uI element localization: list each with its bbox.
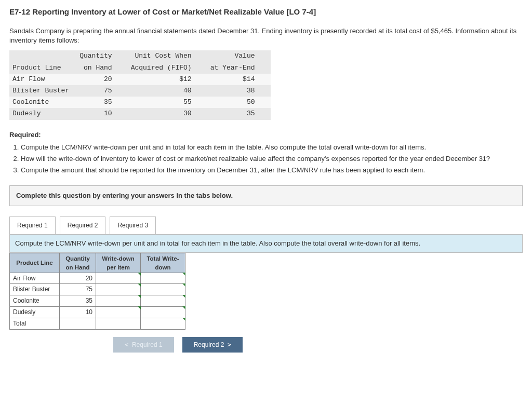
table-row: Total (10, 318, 185, 329)
writedown-per-item-input[interactable] (96, 295, 141, 307)
required-label: Required: (9, 130, 523, 140)
ans-hdr-qty: Quantityon Hand (60, 253, 96, 273)
hdr-val-top: Value (207, 50, 271, 62)
tabs: Required 1 Required 2 Required 3 (9, 216, 523, 234)
writedown-per-item-input[interactable] (96, 284, 141, 295)
answer-table: Product Line Quantityon Hand Write-downp… (9, 253, 185, 329)
ans-hdr-twd: Total Write-down (141, 253, 185, 273)
cell-marker-icon (182, 283, 185, 287)
info-table: Quantity Unit Cost When Value Product Li… (9, 50, 271, 119)
hdr-product: Product Line (9, 62, 76, 74)
nav-row: < Required 1 Required 2 > (113, 337, 523, 353)
total-writedown-input[interactable] (141, 295, 185, 307)
writedown-per-item-input[interactable] (96, 273, 141, 284)
table-row: Coolonite 35 55 50 (9, 97, 271, 108)
cell-marker-icon (182, 318, 185, 321)
requirements-list: Compute the LCM/NRV write-down per unit … (9, 143, 523, 175)
hdr-qty-bot: on Hand (76, 62, 127, 74)
table-row: Air Flow 20 $12 $14 (9, 74, 271, 85)
prev-button[interactable]: < Required 1 (113, 337, 174, 353)
hdr-val-bot: at Year-End (207, 62, 271, 74)
intro-text: Sandals Company is preparing the annual … (9, 26, 523, 45)
tab-required-1[interactable]: Required 1 (9, 216, 56, 234)
ans-hdr-wpu: Write-downper item (96, 253, 141, 273)
page-title: E7-12 Reporting Inventory at Lower of Co… (9, 6, 523, 17)
cell-marker-icon (182, 306, 185, 309)
total-writedown-input[interactable] (141, 318, 185, 329)
total-writedown-input[interactable] (141, 273, 185, 284)
next-button[interactable]: Required 2 > (182, 337, 243, 353)
tab-required-2[interactable]: Required 2 (60, 216, 106, 234)
chevron-left-icon: < (125, 341, 128, 348)
table-row: Blister Buster 75 40 38 (9, 85, 271, 97)
hdr-cost-bot: Acquired (FIFO) (128, 62, 207, 74)
table-row: Blister Buster 75 (10, 284, 185, 295)
complete-instruction: Complete this question by entering your … (9, 185, 523, 206)
table-row: Dudesly 10 (10, 307, 185, 318)
cell-marker-icon (182, 295, 185, 298)
table-row: Coolonite 35 (10, 295, 185, 307)
cell-marker-icon (182, 273, 185, 276)
requirement-item: Compute the LCM/NRV write-down per unit … (21, 143, 523, 152)
hdr-cost-top: Unit Cost When (128, 50, 207, 62)
requirement-item: How will the write-down of inventory to … (21, 154, 523, 164)
total-writedown-input[interactable] (141, 307, 185, 318)
ans-hdr-product: Product Line (10, 253, 60, 273)
writedown-per-item-input[interactable] (96, 307, 141, 318)
requirement-item: Compute the amount that should be report… (21, 166, 523, 175)
table-row: Dudesly 10 30 35 (9, 108, 271, 119)
chevron-right-icon: > (228, 341, 231, 348)
table-row: Air Flow 20 (10, 273, 185, 284)
writedown-per-item-input[interactable] (96, 318, 141, 329)
hdr-qty-top: Quantity (76, 50, 127, 62)
tab-prompt: Compute the LCM/NRV write-down per unit … (9, 234, 523, 253)
total-writedown-input[interactable] (141, 284, 185, 295)
tab-required-3[interactable]: Required 3 (110, 216, 156, 234)
